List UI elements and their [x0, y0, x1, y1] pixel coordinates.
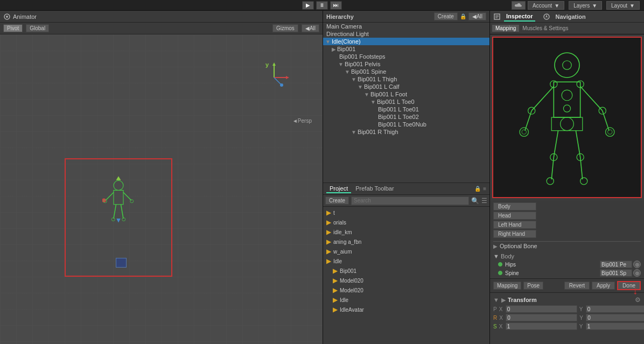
- project-folder-2[interactable]: ▶ idle_km: [324, 227, 488, 237]
- revert-button[interactable]: Revert: [564, 282, 590, 290]
- layout-button[interactable]: Layout ▼: [606, 1, 640, 10]
- transform-expand[interactable]: ▶: [501, 297, 506, 304]
- svg-line-6: [274, 78, 281, 84]
- tree-item-label: Bip001 R Thigh: [358, 129, 398, 135]
- folder-name: Bip001: [340, 268, 356, 274]
- pose-button[interactable]: Pose: [523, 282, 543, 290]
- muscles-subtab[interactable]: Muscles & Settings: [519, 25, 571, 32]
- body-map-btn-right-hand[interactable]: Right Hand: [493, 230, 536, 238]
- tree-arrow: ▼: [351, 129, 356, 135]
- project-folder-6[interactable]: ▶ Bip001: [324, 266, 488, 276]
- mapping-button[interactable]: Mapping: [493, 282, 521, 290]
- folder-icon: ▶: [326, 238, 331, 245]
- hierarchy-item-1[interactable]: Directional Light: [323, 30, 489, 38]
- body-map-btn-left-hand[interactable]: Left Hand: [493, 221, 536, 229]
- bone-input-1[interactable]: [600, 269, 632, 277]
- hierarchy-item-13[interactable]: Bip001 L Toe0Nub: [323, 121, 489, 128]
- hierarchy-item-5[interactable]: ▼ Bip001 Pelvis: [323, 60, 489, 68]
- project-header: Project Prefab Toolbar 🔒 ≡: [323, 183, 489, 195]
- tree-item-label: Bip001 Footsteps: [339, 53, 386, 60]
- hierarchy-item-12[interactable]: Bip001 L Toe02: [323, 113, 489, 121]
- top-bar: ▶ ⏸ ⏭ Account ▼ Layers ▼ Layout ▼: [0, 0, 644, 11]
- navigation-tab[interactable]: Navigation: [554, 12, 588, 21]
- project-folder-1[interactable]: ▶ orials: [324, 217, 488, 227]
- hierarchy-item-14[interactable]: ▼ Bip001 R Thigh: [323, 128, 489, 136]
- hierarchy-item-9[interactable]: ▼ Bip001 L Foot: [323, 90, 489, 98]
- step-button[interactable]: ⏭: [330, 1, 342, 10]
- transform-section: ▼ ▶ Transform ⚙ P X Y Z R X: [490, 292, 644, 333]
- avatar-preview: [492, 37, 642, 198]
- project-folder-9[interactable]: ▶ Idle: [324, 295, 488, 305]
- body-map-btn-head[interactable]: Head: [493, 212, 536, 220]
- project-tab[interactable]: Project: [326, 185, 351, 193]
- svg-line-11: [123, 192, 131, 200]
- project-search-input[interactable]: [351, 196, 469, 205]
- project-folder-5[interactable]: ▶ Idle: [324, 256, 488, 266]
- transform-x-input-1[interactable]: [506, 314, 577, 321]
- global-button[interactable]: Global: [26, 24, 49, 32]
- tree-item-label: Idle(Clone): [332, 38, 361, 45]
- blue-base: [116, 258, 127, 268]
- tree-item-label: Bip001 Pelvis: [345, 61, 381, 67]
- transform-y-input-2[interactable]: [586, 322, 644, 330]
- project-folder-4[interactable]: ▶ w_aium: [324, 247, 488, 256]
- account-button[interactable]: Account ▼: [528, 1, 564, 10]
- hierarchy-item-10[interactable]: ▼ Bip001 L Toe0: [323, 98, 489, 106]
- hierarchy-item-7[interactable]: ▼ Bip001 L Thigh: [323, 75, 489, 83]
- gizmos-button[interactable]: Gizmos: [272, 24, 298, 32]
- project-files: ▶ t ▶ orials ▶ idle_km ▶ aning a_fbn ▶ w…: [323, 207, 489, 344]
- red-arrow-indicator: ↑: [633, 286, 638, 298]
- tree-item-label: Bip001 L Toe0: [377, 99, 415, 105]
- body-group-header[interactable]: ▼ Body: [493, 252, 641, 260]
- hierarchy-all-btn[interactable]: ◀All: [468, 12, 486, 20]
- project-create-btn[interactable]: Create: [325, 196, 349, 205]
- pause-button[interactable]: ⏸: [316, 1, 328, 10]
- project-content: ▶ t ▶ orials ▶ idle_km ▶ aning a_fbn ▶ w…: [323, 207, 489, 344]
- prefab-toolbar-tab[interactable]: Prefab Toolbar: [352, 185, 397, 193]
- hierarchy-item-0[interactable]: Main Camera: [323, 23, 489, 30]
- body-map-btn-body[interactable]: Body: [493, 202, 536, 210]
- project-folder-3[interactable]: ▶ aning a_fbn: [324, 237, 488, 247]
- play-button[interactable]: ▶: [302, 1, 314, 10]
- transform-y-input-0[interactable]: [586, 305, 644, 313]
- transform-collapse[interactable]: ▼: [493, 297, 499, 303]
- tree-item-label: Bip001: [337, 46, 355, 52]
- bone-select-btn-1[interactable]: ◎: [633, 269, 641, 277]
- all-button[interactable]: ◀All: [302, 24, 319, 32]
- inspector-tab[interactable]: Inspector: [504, 12, 535, 22]
- body-map-buttons: BodyHeadLeft HandRight Hand: [490, 200, 644, 240]
- pivot-button[interactable]: Pivot: [3, 24, 23, 32]
- hierarchy-item-8[interactable]: ▼ Bip001 L Calf: [323, 83, 489, 90]
- transform-x-input-2[interactable]: [506, 322, 577, 330]
- hierarchy-item-3[interactable]: ▶ Bip001: [323, 45, 489, 53]
- layers-button[interactable]: Layers ▼: [569, 1, 602, 10]
- mapping-subtab[interactable]: Mapping: [492, 25, 519, 32]
- hierarchy-item-11[interactable]: Bip001 L Toe01: [323, 106, 489, 113]
- apply-button[interactable]: Apply: [592, 282, 615, 290]
- search-icon[interactable]: 🔍: [471, 197, 479, 205]
- project-folder-7[interactable]: ▶ Model020: [324, 276, 488, 285]
- optional-bone-toggle[interactable]: ▶: [493, 243, 498, 249]
- hierarchy-item-6[interactable]: ▼ Bip001 Spine: [323, 68, 489, 75]
- filter-icon[interactable]: ☰: [481, 197, 487, 205]
- tree-arrow: ▼: [370, 99, 376, 105]
- folder-name: t: [333, 210, 335, 216]
- bone-select-btn-0[interactable]: ◎: [633, 261, 641, 268]
- project-folder-8[interactable]: ▶ Model020: [324, 285, 488, 295]
- project-folder-10[interactable]: ▶ IdleAvatar: [324, 305, 488, 314]
- transform-row-r: R X Y Z: [493, 313, 641, 322]
- transform-x-input-0[interactable]: [506, 305, 577, 313]
- transform-y-input-1[interactable]: [586, 314, 644, 321]
- hierarchy-item-2[interactable]: ▼ Idle(Clone): [323, 38, 489, 45]
- bone-input-0[interactable]: [600, 261, 632, 268]
- hierarchy-item-4[interactable]: Bip001 Footsteps: [323, 53, 489, 60]
- body-group-arrow: ▼: [493, 253, 499, 259]
- hierarchy-content[interactable]: Main Camera Directional Light ▼ Idle(Clo…: [323, 23, 489, 182]
- cloud-icon[interactable]: [512, 1, 526, 10]
- svg-point-18: [130, 200, 134, 203]
- animator-icon: [3, 13, 11, 20]
- tree-arrow: ▼: [345, 69, 350, 75]
- hierarchy-create-btn[interactable]: Create: [434, 12, 458, 20]
- project-folder-0[interactable]: ▶ t: [324, 208, 488, 217]
- transform-y-coord: Y: [579, 305, 644, 313]
